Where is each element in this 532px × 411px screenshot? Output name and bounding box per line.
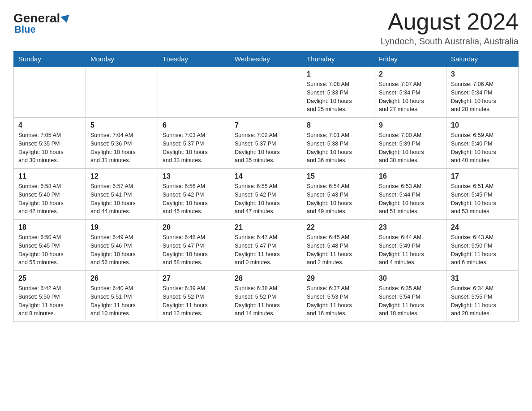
day-number: 2 (379, 70, 442, 78)
day-number: 29 (307, 274, 369, 283)
calendar-cell: 23Sunrise: 6:44 AMSunset: 5:49 PMDayligh… (374, 220, 446, 271)
weekday-header-wednesday: Wednesday (230, 51, 302, 67)
day-info: Sunrise: 6:55 AMSunset: 5:42 PMDaylight:… (235, 182, 297, 216)
day-info: Sunrise: 6:37 AMSunset: 5:53 PMDaylight:… (307, 284, 369, 318)
calendar-cell: 6Sunrise: 7:03 AMSunset: 5:37 PMDaylight… (158, 118, 230, 169)
day-info: Sunrise: 6:40 AMSunset: 5:51 PMDaylight:… (90, 284, 153, 318)
weekday-header-thursday: Thursday (302, 51, 374, 67)
calendar-cell: 20Sunrise: 6:48 AMSunset: 5:47 PMDayligh… (158, 220, 230, 271)
calendar-cell: 29Sunrise: 6:37 AMSunset: 5:53 PMDayligh… (302, 271, 374, 322)
day-info: Sunrise: 7:06 AMSunset: 5:34 PMDaylight:… (451, 80, 514, 114)
calendar-cell: 19Sunrise: 6:49 AMSunset: 5:46 PMDayligh… (86, 220, 158, 271)
calendar-cell: 31Sunrise: 6:34 AMSunset: 5:55 PMDayligh… (446, 271, 519, 322)
logo-triangle-icon (61, 15, 71, 24)
day-number: 5 (90, 121, 153, 129)
day-number: 23 (379, 223, 442, 231)
day-number: 14 (235, 172, 297, 180)
day-info: Sunrise: 7:03 AMSunset: 5:37 PMDaylight:… (163, 131, 225, 165)
week-row-2: 4Sunrise: 7:05 AMSunset: 5:35 PMDaylight… (14, 118, 519, 169)
title-area: August 2024 Lyndoch, South Australia, Au… (381, 9, 519, 47)
weekday-header-saturday: Saturday (446, 51, 519, 67)
day-info: Sunrise: 6:42 AMSunset: 5:50 PMDaylight:… (18, 284, 81, 318)
day-number: 24 (451, 223, 514, 231)
day-number: 13 (163, 172, 225, 180)
day-number: 6 (163, 121, 225, 129)
calendar-cell: 25Sunrise: 6:42 AMSunset: 5:50 PMDayligh… (14, 271, 86, 322)
day-number: 31 (451, 274, 514, 283)
day-info: Sunrise: 6:47 AMSunset: 5:47 PMDaylight:… (235, 233, 297, 267)
day-info: Sunrise: 7:08 AMSunset: 5:33 PMDaylight:… (307, 80, 369, 114)
day-info: Sunrise: 6:39 AMSunset: 5:52 PMDaylight:… (163, 284, 225, 318)
day-info: Sunrise: 6:50 AMSunset: 5:45 PMDaylight:… (18, 233, 81, 267)
day-info: Sunrise: 6:38 AMSunset: 5:52 PMDaylight:… (235, 284, 297, 318)
day-number: 26 (90, 274, 153, 283)
calendar-cell: 7Sunrise: 7:02 AMSunset: 5:37 PMDaylight… (230, 118, 302, 169)
day-info: Sunrise: 7:07 AMSunset: 5:34 PMDaylight:… (379, 80, 442, 114)
day-number: 28 (235, 274, 297, 283)
day-info: Sunrise: 6:48 AMSunset: 5:47 PMDaylight:… (163, 233, 225, 267)
weekday-header-sunday: Sunday (14, 51, 86, 67)
day-info: Sunrise: 6:35 AMSunset: 5:54 PMDaylight:… (379, 284, 442, 318)
weekday-header-row: SundayMondayTuesdayWednesdayThursdayFrid… (14, 51, 519, 67)
month-title: August 2024 (381, 9, 519, 34)
day-number: 8 (307, 121, 369, 129)
day-info: Sunrise: 6:59 AMSunset: 5:40 PMDaylight:… (451, 131, 514, 165)
page-header: General Blue August 2024 Lyndoch, South … (13, 9, 519, 47)
day-number: 21 (235, 223, 297, 231)
day-number: 4 (18, 121, 81, 129)
day-number: 30 (379, 274, 442, 283)
weekday-header-friday: Friday (374, 51, 446, 67)
day-number: 25 (18, 274, 81, 283)
calendar-cell: 8Sunrise: 7:01 AMSunset: 5:38 PMDaylight… (302, 118, 374, 169)
calendar-cell: 17Sunrise: 6:51 AMSunset: 5:45 PMDayligh… (446, 169, 519, 220)
calendar-cell: 1Sunrise: 7:08 AMSunset: 5:33 PMDaylight… (302, 67, 374, 118)
calendar-cell: 13Sunrise: 6:56 AMSunset: 5:42 PMDayligh… (158, 169, 230, 220)
week-row-1: 1Sunrise: 7:08 AMSunset: 5:33 PMDaylight… (14, 67, 519, 118)
day-number: 10 (451, 121, 514, 129)
calendar-cell: 10Sunrise: 6:59 AMSunset: 5:40 PMDayligh… (446, 118, 519, 169)
day-info: Sunrise: 6:44 AMSunset: 5:49 PMDaylight:… (379, 233, 442, 267)
calendar-cell: 18Sunrise: 6:50 AMSunset: 5:45 PMDayligh… (14, 220, 86, 271)
calendar-cell: 28Sunrise: 6:38 AMSunset: 5:52 PMDayligh… (230, 271, 302, 322)
day-number: 9 (379, 121, 442, 129)
day-info: Sunrise: 7:00 AMSunset: 5:39 PMDaylight:… (379, 131, 442, 165)
day-number: 20 (163, 223, 225, 231)
day-info: Sunrise: 6:53 AMSunset: 5:44 PMDaylight:… (379, 182, 442, 216)
day-info: Sunrise: 7:01 AMSunset: 5:38 PMDaylight:… (307, 131, 369, 165)
day-number: 11 (18, 172, 81, 180)
day-info: Sunrise: 6:45 AMSunset: 5:48 PMDaylight:… (307, 233, 369, 267)
day-info: Sunrise: 7:02 AMSunset: 5:37 PMDaylight:… (235, 131, 297, 165)
calendar-cell: 16Sunrise: 6:53 AMSunset: 5:44 PMDayligh… (374, 169, 446, 220)
calendar-cell: 26Sunrise: 6:40 AMSunset: 5:51 PMDayligh… (86, 271, 158, 322)
week-row-5: 25Sunrise: 6:42 AMSunset: 5:50 PMDayligh… (14, 271, 519, 322)
logo-blue-text: Blue (14, 24, 36, 35)
day-number: 15 (307, 172, 369, 180)
day-number: 18 (18, 223, 81, 231)
day-number: 27 (163, 274, 225, 283)
day-info: Sunrise: 6:51 AMSunset: 5:45 PMDaylight:… (451, 182, 514, 216)
day-info: Sunrise: 6:43 AMSunset: 5:50 PMDaylight:… (451, 233, 514, 267)
day-info: Sunrise: 6:34 AMSunset: 5:55 PMDaylight:… (451, 284, 514, 318)
day-number: 7 (235, 121, 297, 129)
day-info: Sunrise: 6:58 AMSunset: 5:40 PMDaylight:… (18, 182, 81, 216)
calendar-cell (230, 67, 302, 118)
calendar-cell (14, 67, 86, 118)
calendar-cell: 2Sunrise: 7:07 AMSunset: 5:34 PMDaylight… (374, 67, 446, 118)
calendar-cell: 24Sunrise: 6:43 AMSunset: 5:50 PMDayligh… (446, 220, 519, 271)
day-number: 19 (90, 223, 153, 231)
day-number: 17 (451, 172, 514, 180)
calendar-cell: 5Sunrise: 7:04 AMSunset: 5:36 PMDaylight… (86, 118, 158, 169)
day-number: 3 (451, 70, 514, 78)
calendar-cell: 12Sunrise: 6:57 AMSunset: 5:41 PMDayligh… (86, 169, 158, 220)
calendar-cell: 11Sunrise: 6:58 AMSunset: 5:40 PMDayligh… (14, 169, 86, 220)
weekday-header-monday: Monday (86, 51, 158, 67)
calendar-table: SundayMondayTuesdayWednesdayThursdayFrid… (13, 51, 519, 322)
calendar-cell: 30Sunrise: 6:35 AMSunset: 5:54 PMDayligh… (374, 271, 446, 322)
day-info: Sunrise: 6:49 AMSunset: 5:46 PMDaylight:… (90, 233, 153, 267)
calendar-cell: 15Sunrise: 6:54 AMSunset: 5:43 PMDayligh… (302, 169, 374, 220)
calendar-cell: 21Sunrise: 6:47 AMSunset: 5:47 PMDayligh… (230, 220, 302, 271)
week-row-4: 18Sunrise: 6:50 AMSunset: 5:45 PMDayligh… (14, 220, 519, 271)
day-info: Sunrise: 6:56 AMSunset: 5:42 PMDaylight:… (163, 182, 225, 216)
day-number: 1 (307, 70, 369, 78)
week-row-3: 11Sunrise: 6:58 AMSunset: 5:40 PMDayligh… (14, 169, 519, 220)
